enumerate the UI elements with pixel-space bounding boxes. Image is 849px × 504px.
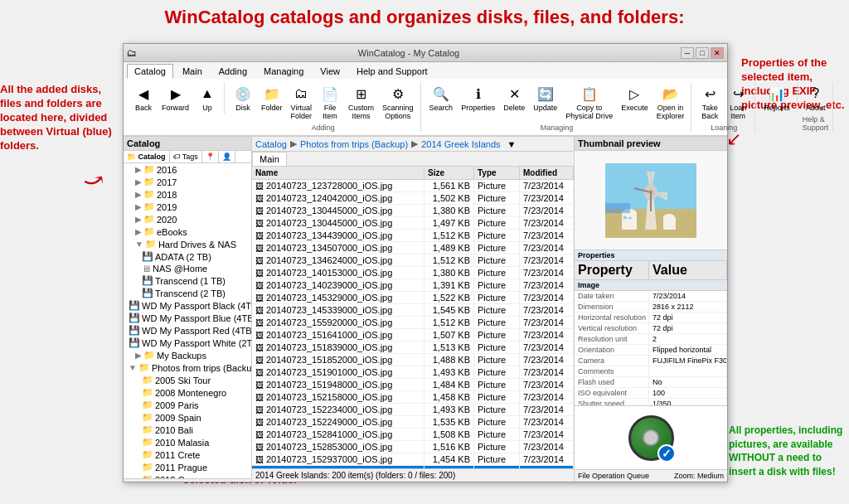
tab-main[interactable]: Main — [175, 64, 210, 79]
file-row[interactable]: 🖼20140723_152937000_iOS.jpg 1,454 KB Pic… — [252, 453, 574, 466]
props-row: Comments — [575, 366, 727, 377]
sidebar-tab-catalog[interactable]: 📁 Catalog — [124, 151, 170, 162]
folder-button[interactable]: 📁Folder — [258, 82, 286, 122]
title-bar: 🗂 WinCatalog - My Catalog ─ □ ✕ — [124, 44, 727, 62]
about-button[interactable]: ?About — [803, 82, 829, 114]
properties-button[interactable]: ℹProperties — [458, 82, 498, 122]
tab-catalog[interactable]: Catalog — [127, 64, 173, 79]
file-icon: 🖼 — [255, 430, 264, 439]
file-row[interactable]: 🖼20140723_124042000_iOS.jpg 1,502 KB Pic… — [252, 192, 574, 205]
file-row[interactable]: 🖼20140723_130445000_iOS.jpg 1,380 KB Pic… — [252, 205, 574, 217]
file-row[interactable]: 🖼20140723_130445000_iOS.jpg 1,497 KB Pic… — [252, 217, 574, 230]
file-row[interactable]: 🖼20140723_151852000_iOS.jpg 1,488 KB Pic… — [252, 354, 574, 366]
tree-item-wd-blue[interactable]: 💾 WD My Passport Blue (4TB) — [124, 312, 251, 324]
virtual-folder-button[interactable]: 🗂VirtualFolder — [288, 82, 316, 122]
tab-adding[interactable]: Adding — [211, 64, 255, 79]
tree-item-2009p[interactable]: 📁 2009 Paris — [124, 399, 251, 411]
file-row[interactable]: 🖼20140723_152853000_iOS.jpg 1,516 KB Pic… — [252, 441, 574, 453]
tab-managing[interactable]: Managing — [256, 64, 311, 79]
file-icon: 🖼 — [255, 231, 264, 240]
up-button[interactable]: ▲Up — [194, 82, 221, 114]
tree-item-2016[interactable]: ▶📁 2016 — [124, 163, 251, 176]
take-back-button[interactable]: ↩TakeBack — [696, 82, 723, 122]
breadcrumb-catalog[interactable]: Catalog — [255, 139, 287, 149]
search-button[interactable]: 🔍Search — [426, 82, 457, 122]
file-row[interactable]: 🖼20140723_152234000_iOS.jpg 1,493 KB Pic… — [252, 404, 574, 416]
execute-button[interactable]: ▷Execute — [618, 82, 652, 122]
file-row[interactable]: 🖼20140723_140239000_iOS.jpg 1,391 KB Pic… — [252, 279, 574, 292]
tree-item-2018[interactable]: ▶📁 2018 — [124, 188, 251, 201]
file-row[interactable]: 🖼20140723_151641000_iOS.jpg 1,507 KB Pic… — [252, 329, 574, 342]
tab-help[interactable]: Help and Support — [349, 64, 435, 79]
file-row[interactable]: 🖼20140723_145339000_iOS.jpg 1,545 KB Pic… — [252, 304, 574, 317]
file-row[interactable]: 🖼20140723_151839000_iOS.jpg 1,513 KB Pic… — [252, 342, 574, 354]
loan-item-button[interactable]: ↪LoanItem — [725, 82, 751, 122]
breadcrumb-dropdown[interactable]: ▼ — [507, 139, 517, 149]
tree-item-2005[interactable]: 📁 2005 Ski Tour — [124, 374, 251, 386]
reports-button[interactable]: 📊Reports — [760, 82, 793, 114]
content-tab-main[interactable]: Main — [252, 152, 287, 166]
update-button[interactable]: 🔄Update — [530, 82, 560, 122]
copy-to-button[interactable]: 📋Copy toPhysical Drive — [562, 82, 616, 122]
tree-item-hard-drives[interactable]: ▼📁 Hard Drives & NAS — [124, 238, 251, 250]
ribbon-content: ◀Back ▶Forward ▲Up 💿Disk 📁Folder 🗂Virtua… — [124, 79, 727, 136]
tab-view[interactable]: View — [313, 64, 347, 79]
file-row[interactable]: 🖼20140723_145329000_iOS.jpg 1,522 KB Pic… — [252, 292, 574, 304]
tree-item-2020[interactable]: ▶📁 2020 — [124, 213, 251, 225]
tree-item-2011c[interactable]: 📁 2011 Crete — [124, 448, 251, 461]
file-icon: 🖼 — [255, 418, 264, 427]
scanning-options-button[interactable]: ⚙ScanningOptions — [379, 82, 417, 122]
file-row[interactable]: 🖼20140723_152249000_iOS.jpg 1,535 KB Pic… — [252, 416, 574, 429]
tree-item-nas[interactable]: 🖥 NAS @Home — [124, 263, 251, 274]
tree-item-ebooks[interactable]: ▶📁 eBooks — [124, 225, 251, 238]
breadcrumb-photos[interactable]: Photos from trips (Backup) — [300, 139, 408, 149]
file-row[interactable]: 🖼20140723_140153000_iOS.jpg 1,380 KB Pic… — [252, 267, 574, 279]
col-header-name[interactable]: Name — [252, 167, 424, 179]
tree-item-transcend1[interactable]: 💾 Transcend (1 TB) — [124, 274, 251, 287]
col-header-modified[interactable]: Modified — [520, 167, 574, 179]
open-in-explorer-button[interactable]: 📂Open inExplorer — [653, 82, 688, 122]
tree-item-backups[interactable]: ▶📁 My Backups — [124, 349, 251, 361]
sidebar-tab-locations[interactable]: 📍 — [202, 151, 219, 162]
tree-item-2010b[interactable]: 📁 2010 Bali — [124, 424, 251, 436]
file-row[interactable]: 🖼20140723_123728000_iOS.jpg 1,561 KB Pic… — [252, 180, 574, 192]
file-row[interactable]: 🖼20140723_152841000_iOS.jpg 1,508 KB Pic… — [252, 429, 574, 441]
custom-items-button[interactable]: ⊞CustomItems — [345, 82, 377, 122]
tree-item-adata[interactable]: 💾 ADATA (2 TB) — [124, 250, 251, 263]
tree-item-photos[interactable]: ▼📁 Photos from trips (Backup) — [124, 361, 251, 374]
minimize-button[interactable]: ─ — [681, 47, 694, 59]
back-button[interactable]: ◀Back — [130, 82, 157, 114]
sidebar-tab-contacts[interactable]: 👤 — [219, 151, 235, 162]
file-row[interactable]: 🖼20140723_155920000_iOS.jpg 1,512 KB Pic… — [252, 317, 574, 329]
delete-button[interactable]: ✕Delete — [500, 82, 528, 122]
ribbon-group-help: ?About Help & Support — [799, 82, 833, 132]
tree-item-2019[interactable]: ▶📁 2019 — [124, 201, 251, 213]
file-row[interactable]: 🖼20140723_134624000_iOS.jpg 1,512 KB Pic… — [252, 254, 574, 267]
props-row: Camera FUJIFILM FinePix F300EXR — [575, 356, 727, 366]
maximize-button[interactable]: □ — [696, 47, 709, 59]
tree-item-2010m[interactable]: 📁 2010 Malasia — [124, 436, 251, 448]
file-row[interactable]: 🖼20140723_151901000_iOS.jpg 1,493 KB Pic… — [252, 366, 574, 379]
file-row[interactable]: 🖼20140723_134439000_iOS.jpg 1,512 KB Pic… — [252, 230, 574, 242]
tree-item-2017[interactable]: ▶📁 2017 — [124, 176, 251, 188]
tree-item-wd-black[interactable]: 💾 WD My Passport Black (4TB) — [124, 299, 251, 312]
file-row[interactable]: 🖼20140723_134507000_iOS.jpg 1,489 KB Pic… — [252, 242, 574, 254]
tree-item-2008[interactable]: 📁 2008 Montenegro — [124, 386, 251, 399]
file-row[interactable]: 🖼20140723_152158000_iOS.jpg 1,458 KB Pic… — [252, 391, 574, 404]
close-button[interactable]: ✕ — [711, 47, 724, 59]
file-item-button[interactable]: 📄FileItem — [317, 82, 343, 122]
props-status-bar: File Operation Queue Zoom: Medium — [575, 469, 727, 482]
forward-button[interactable]: ▶Forward — [158, 82, 192, 114]
tree-item-wd-white[interactable]: 💾 WD My Passport White (2TB) — [124, 337, 251, 349]
sidebar-tab-tags[interactable]: 🏷 Tags — [170, 151, 202, 162]
col-header-size[interactable]: Size — [424, 167, 474, 179]
col-header-type[interactable]: Type — [474, 167, 520, 179]
tree-item-wd-red[interactable]: 💾 WD My Passport Red (4TB) — [124, 324, 251, 337]
tree-item-2011p[interactable]: 📁 2011 Prague — [124, 461, 251, 473]
tree-item-2009s[interactable]: 📁 2009 Spain — [124, 411, 251, 424]
file-row[interactable]: 🖼20140723_151948000_iOS.jpg 1,484 KB Pic… — [252, 379, 574, 391]
breadcrumb-sep2: ▶ — [411, 138, 418, 149]
disk-button[interactable]: 💿Disk — [230, 82, 256, 122]
tree-item-transcend2[interactable]: 💾 Transcend (2 TB) — [124, 287, 251, 299]
breadcrumb-greek[interactable]: 2014 Greek Islands — [421, 139, 500, 149]
